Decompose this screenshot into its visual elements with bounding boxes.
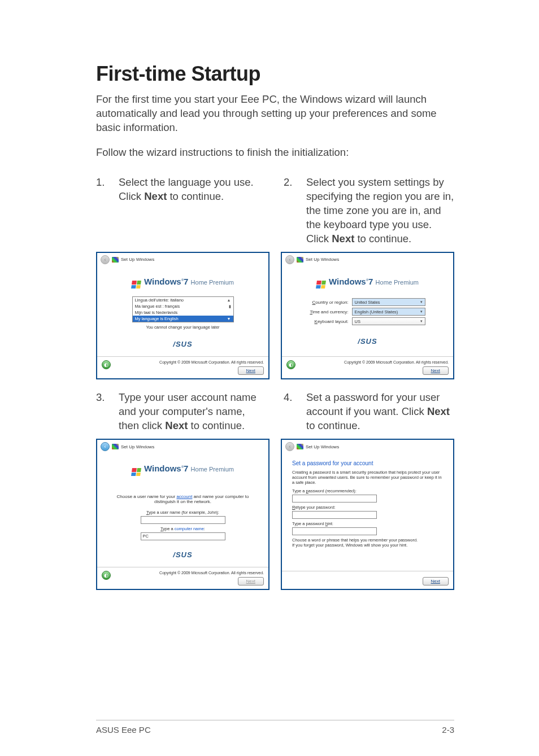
screenshot-username: ‹ Set Up Windows Windows®7 Home Premium …: [96, 439, 270, 590]
windows-flag-icon: [131, 281, 141, 289]
time-currency-label: Time and currency:: [310, 309, 348, 314]
computer-name-input[interactable]: PC: [141, 532, 225, 540]
window-titlebar: ‹ Set Up Windows: [97, 440, 268, 453]
country-dropdown[interactable]: United States▾: [352, 298, 425, 306]
step-text: Select you system settings by specifying…: [306, 176, 454, 246]
brand-edition: Home Premium: [376, 279, 419, 286]
keyboard-label: Keyboard layout:: [315, 319, 349, 324]
dropdown-value: US: [355, 319, 360, 324]
ease-of-access-button[interactable]: ◐: [286, 360, 295, 369]
chevron-down-icon: ▾: [420, 300, 423, 304]
account-link[interactable]: account: [176, 494, 192, 499]
brand-name: Windows: [144, 464, 181, 473]
back-button[interactable]: ‹: [285, 442, 294, 451]
step-2: 2. Select you system settings by specify…: [284, 176, 454, 246]
step-post: to continue.: [354, 233, 411, 244]
password-heading: Set a password for your account: [292, 460, 443, 466]
username-label: Type a user name (for example, John):: [146, 510, 219, 515]
page-heading: First-time Startup: [96, 62, 454, 86]
hint-description: Choose a word or phrase that helps you r…: [292, 537, 443, 548]
step-post: to continue.: [188, 419, 245, 431]
window-title: Set Up Windows: [306, 257, 339, 262]
brand-name: Windows: [144, 277, 181, 286]
window-titlebar: ‹ Set Up Windows: [97, 253, 268, 266]
computer-name-label: Type a computer name:: [160, 526, 205, 531]
step-number: 2.: [284, 176, 306, 246]
brand-name: Windows: [329, 277, 366, 286]
asus-logo: /SUS: [173, 550, 192, 559]
language-list[interactable]: Lingua dell'utente: italiano▲ Ma langue …: [132, 296, 234, 322]
windows-flag-icon: [112, 444, 119, 449]
windows-logo-heading: Windows®7 Home Premium: [132, 464, 234, 476]
step-number: 3.: [96, 391, 119, 433]
windows-flag-icon: [131, 468, 141, 476]
dropdown-value: English (United States): [355, 309, 398, 314]
window-title: Set Up Windows: [306, 444, 339, 449]
next-button[interactable]: Next: [423, 577, 449, 585]
step-pre: Set a password for your user account if …: [306, 391, 440, 417]
list-item[interactable]: Mijn taal is Nederlands: [135, 310, 178, 315]
step-bold: Next: [427, 405, 450, 417]
ease-of-access-button[interactable]: ◐: [102, 360, 111, 369]
windows-flag-icon: [316, 281, 326, 289]
brand-edition: Home Premium: [191, 279, 234, 286]
language-note: You cannot change your language later: [146, 325, 219, 330]
copyright-text: Copyright © 2009 Microsoft Corporation. …: [344, 360, 449, 364]
retype-password-input[interactable]: [292, 511, 377, 519]
window-title: Set Up Windows: [121, 257, 154, 262]
asus-logo: /SUS: [173, 340, 192, 348]
brand-version: 7: [368, 277, 373, 286]
step-post: to continue.: [167, 190, 224, 202]
step-4: 4. Set a password for your user account …: [284, 391, 454, 433]
footer-right: 2-3: [442, 725, 454, 735]
back-button[interactable]: ‹: [101, 442, 110, 451]
keyboard-dropdown[interactable]: US▾: [352, 317, 425, 325]
windows-logo-heading: Windows®7 Home Premium: [316, 277, 419, 289]
ease-of-access-button[interactable]: ◐: [102, 571, 111, 580]
next-button[interactable]: Next: [238, 366, 264, 375]
copyright-text: Copyright © 2009 Microsoft Corporation. …: [159, 360, 264, 364]
password-input[interactable]: [292, 495, 377, 502]
window-title: Set Up Windows: [121, 444, 154, 449]
username-input[interactable]: [141, 516, 225, 524]
back-button[interactable]: ‹: [101, 255, 110, 264]
step-post: to continue.: [306, 419, 360, 431]
list-item[interactable]: Ma langue est : français: [135, 304, 180, 309]
password-hint-input[interactable]: [292, 527, 377, 535]
step-1: 1. Select the language you use. Click Ne…: [96, 176, 267, 246]
password-hint-label: Type a password hint:: [292, 521, 443, 526]
screenshot-password: ‹ Set Up Windows Set a password for your…: [281, 439, 454, 590]
footer-left: ASUS Eee PC: [96, 725, 151, 735]
copyright-text: Copyright © 2009 Microsoft Corporation. …: [159, 571, 264, 575]
list-item[interactable]: Lingua dell'utente: italiano: [135, 298, 184, 303]
brand-version: 7: [184, 464, 188, 473]
dropdown-value: United States: [355, 300, 380, 305]
page-footer: ASUS Eee PC 2-3: [96, 720, 454, 735]
chevron-down-icon: ▾: [420, 319, 423, 324]
windows-flag-icon: [297, 444, 303, 449]
step-text: Type your user account name and your com…: [119, 391, 267, 433]
input-value: PC: [143, 534, 149, 539]
step-number: 4.: [284, 391, 306, 433]
window-titlebar: ‹ Set Up Windows: [282, 253, 453, 266]
password-description: Creating a password is a smart security …: [292, 470, 443, 485]
screenshot-region: ‹ Set Up Windows Windows®7 Home Premium …: [281, 252, 454, 380]
country-label: Country or region:: [312, 300, 349, 305]
scroll-down-icon[interactable]: ▼: [227, 317, 231, 321]
computer-name-link[interactable]: computer name: [175, 526, 204, 531]
step-text: Set a password for your user account if …: [306, 391, 454, 433]
brand-version: 7: [184, 277, 188, 286]
chevron-down-icon: ▾: [420, 309, 423, 314]
password-label: Type a password (recommended):: [292, 488, 443, 493]
retype-password-label: Retype your password:: [292, 505, 443, 510]
follow-paragraph: Follow the wizard instructions to finish…: [96, 146, 454, 159]
time-currency-dropdown[interactable]: English (United States)▾: [352, 308, 425, 316]
screenshot-language: ‹ Set Up Windows Windows®7 Home Premium …: [96, 252, 270, 380]
scroll-up-icon[interactable]: ▲: [227, 298, 231, 302]
next-button[interactable]: Next: [423, 366, 449, 375]
list-item-selected[interactable]: My language is English: [135, 316, 179, 321]
step-bold: Next: [144, 190, 167, 202]
back-button[interactable]: ‹: [285, 255, 294, 264]
scroll-thumb-icon[interactable]: ▮: [229, 304, 231, 309]
next-button[interactable]: Next: [238, 577, 264, 585]
